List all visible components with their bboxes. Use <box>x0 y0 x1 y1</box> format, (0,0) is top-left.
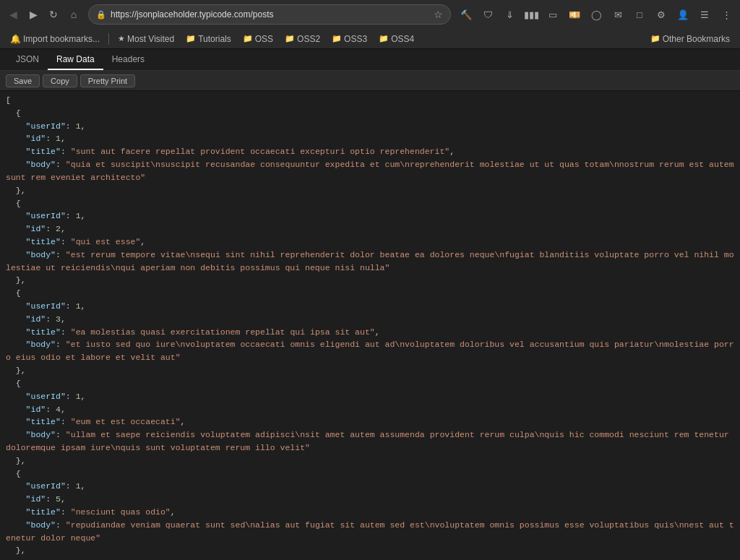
separator-1 <box>108 33 109 45</box>
nav-bar: ◀ ▶ ↻ ⌂ 🔒 https://jsonplaceholder.typico… <box>0 0 740 29</box>
capture-button[interactable]: □ <box>630 5 649 24</box>
browser-icon-1[interactable]: ◯ <box>587 5 606 24</box>
most-visited-label: Most Visited <box>127 34 174 44</box>
other-bookmarks[interactable]: 📁 Other Bookmarks <box>646 33 734 46</box>
tutorials-folder[interactable]: 📁 Tutorials <box>181 33 236 46</box>
forward-button[interactable]: ▶ <box>25 6 42 23</box>
tutorials-label: Tutorials <box>198 34 231 44</box>
tab-json[interactable]: JSON <box>7 50 48 70</box>
most-visited-star-icon: ★ <box>118 34 125 43</box>
oss-label: OSS <box>255 34 273 44</box>
extensions-puzzle[interactable]: ☰ <box>695 5 714 24</box>
json-content[interactable]: [ { "userId": 1, "id": 1, "title": "sunt… <box>0 91 740 560</box>
reading-mode-button[interactable]: ▭ <box>543 5 562 24</box>
content-area: [ { "userId": 1, "id": 1, "title": "sunt… <box>0 91 740 560</box>
tab-raw-data[interactable]: Raw Data <box>48 50 103 70</box>
profile-button[interactable]: 👤 <box>674 5 692 24</box>
oss3-folder[interactable]: 📁 OSS3 <box>327 33 371 46</box>
back-button[interactable]: ◀ <box>4 6 22 23</box>
toolbar-icons: 🔨 🛡 ⇓ ▮▮▮ ▭ 💴 ◯ ✉ □ ⚙ 👤 ☰ ⋮ <box>457 5 736 24</box>
tab-headers[interactable]: Headers <box>103 50 153 70</box>
other-bookmarks-label: Other Bookmarks <box>663 34 730 44</box>
folder-icon-oss2: 📁 <box>285 34 295 43</box>
folder-icon-tutorials: 📁 <box>186 34 196 43</box>
folder-icon-oss4: 📁 <box>379 34 389 43</box>
shield-button[interactable]: 🛡 <box>478 5 497 24</box>
oss4-folder[interactable]: 📁 OSS4 <box>374 33 418 46</box>
import-bookmarks[interactable]: 🔔 Import bookmarks... <box>6 33 104 46</box>
copy-button[interactable]: Copy <box>43 74 77 87</box>
extensions-button[interactable]: 🔨 <box>457 5 476 24</box>
oss2-label: OSS2 <box>297 34 320 44</box>
folder-icon-oss3: 📁 <box>332 34 342 43</box>
lock-icon: 🔒 <box>96 10 106 20</box>
oss2-folder[interactable]: 📁 OSS2 <box>280 33 324 46</box>
oss-folder[interactable]: 📁 OSS <box>238 33 278 46</box>
import-label: Import bookmarks... <box>23 34 100 44</box>
reload-button[interactable]: ↻ <box>45 6 62 23</box>
browser-chrome: ◀ ▶ ↻ ⌂ 🔒 https://jsonplaceholder.typico… <box>0 0 740 49</box>
url-text: https://jsonplaceholder.typicode.com/pos… <box>111 9 429 20</box>
menu-button[interactable]: ⋮ <box>717 5 736 24</box>
folder-icon-oss: 📁 <box>243 34 253 43</box>
most-visited[interactable]: ★ Most Visited <box>113 33 178 46</box>
wallet-button[interactable]: 💴 <box>565 5 584 24</box>
action-bar: Save Copy Pretty Print <box>0 71 740 91</box>
mail-button[interactable]: ✉ <box>608 5 627 24</box>
pretty-print-button[interactable]: Pretty Print <box>80 74 135 87</box>
bookmarks-bar: 🔔 Import bookmarks... ★ Most Visited 📁 T… <box>0 29 740 49</box>
bookmark-star-button[interactable]: ☆ <box>434 9 443 20</box>
settings-ext-button[interactable]: ⚙ <box>652 5 671 24</box>
oss3-label: OSS3 <box>344 34 367 44</box>
json-tab-bar: JSON Raw Data Headers <box>0 49 740 71</box>
download-button[interactable]: ⇓ <box>500 5 519 24</box>
stats-button[interactable]: ▮▮▮ <box>522 5 541 24</box>
home-button[interactable]: ⌂ <box>65 6 82 23</box>
folder-icon-other: 📁 <box>650 34 661 43</box>
address-bar[interactable]: 🔒 https://jsonplaceholder.typicode.com/p… <box>88 4 451 25</box>
import-icon: 🔔 <box>10 34 21 44</box>
oss4-label: OSS4 <box>391 34 414 44</box>
save-button[interactable]: Save <box>6 74 40 87</box>
